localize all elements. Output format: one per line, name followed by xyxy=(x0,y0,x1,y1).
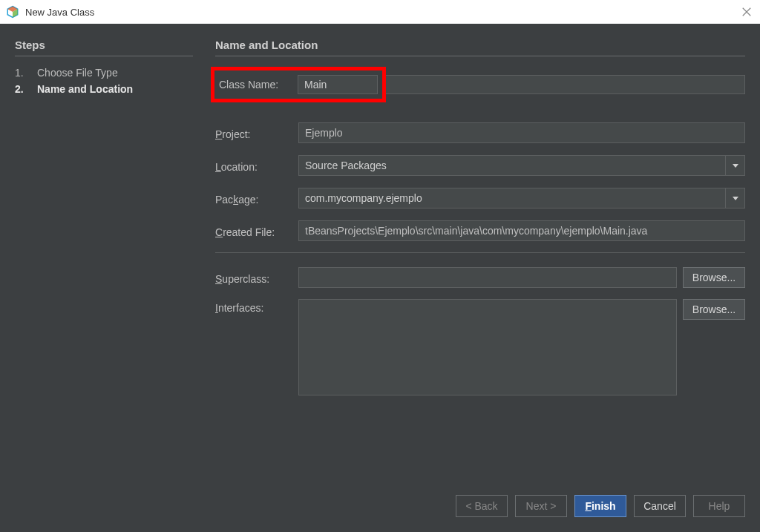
wizard-steps-sidebar: Steps 1. Choose File Type 2. Name and Lo… xyxy=(15,39,193,485)
step-2: 2. Name and Location xyxy=(15,83,193,95)
package-value: com.mycompany.ejemplo xyxy=(305,192,422,204)
main-heading: Name and Location xyxy=(215,39,745,56)
help-button[interactable]: Help xyxy=(693,495,745,517)
package-row: Package: com.mycompany.ejemplo xyxy=(215,187,745,209)
back-button[interactable]: < Back xyxy=(456,495,508,517)
superclass-label: Superclass: xyxy=(215,270,298,285)
button-bar: < Back Next > Finish Cancel Help xyxy=(0,485,760,532)
class-name-highlight: Class Name: xyxy=(211,67,386,102)
browse-superclass-button[interactable]: Browse... xyxy=(683,267,745,288)
window-title: New Java Class xyxy=(25,7,94,18)
class-name-row: Class Name: xyxy=(215,67,745,102)
browse-interfaces-button[interactable]: Browse... xyxy=(683,299,745,320)
project-field xyxy=(298,122,745,143)
svg-marker-6 xyxy=(733,197,738,200)
dropdown-caret-icon xyxy=(725,156,744,175)
class-name-input-extension[interactable] xyxy=(386,75,745,94)
location-label: Location: xyxy=(215,158,298,173)
finish-button[interactable]: Finish xyxy=(574,495,626,517)
steps-heading: Steps xyxy=(15,39,193,56)
superclass-row: Superclass: Browse... xyxy=(215,266,745,289)
location-combo[interactable]: Source Packages xyxy=(298,155,745,176)
project-label: Project: xyxy=(215,125,298,140)
location-row: Location: Source Packages xyxy=(215,154,745,177)
project-row: Project: xyxy=(215,122,745,144)
created-file-field xyxy=(298,220,745,241)
created-file-row: Created File: xyxy=(215,220,745,242)
interfaces-label: Interfaces: xyxy=(215,299,298,314)
cancel-button[interactable]: Cancel xyxy=(634,495,686,517)
created-file-label: Created File: xyxy=(215,223,298,238)
package-label: Package: xyxy=(215,191,298,206)
main-panel: Name and Location Class Name: Project: L… xyxy=(215,39,745,485)
interfaces-list[interactable] xyxy=(298,299,677,395)
class-name-input[interactable] xyxy=(298,75,378,94)
interfaces-row: Interfaces: Browse... xyxy=(215,299,745,395)
step-number: 1. xyxy=(15,67,25,79)
package-combo[interactable]: com.mycompany.ejemplo xyxy=(298,188,745,208)
titlebar: New Java Class xyxy=(0,0,760,24)
dialog-body: Steps 1. Choose File Type 2. Name and Lo… xyxy=(0,24,760,532)
superclass-input[interactable] xyxy=(298,267,677,288)
step-label: Choose File Type xyxy=(37,67,118,79)
location-value: Source Packages xyxy=(305,160,387,171)
close-icon[interactable] xyxy=(739,4,754,19)
step-number: 2. xyxy=(15,83,25,95)
step-label: Name and Location xyxy=(37,83,133,95)
next-button[interactable]: Next > xyxy=(515,495,567,517)
separator xyxy=(215,252,745,253)
svg-marker-5 xyxy=(733,164,738,168)
app-logo-icon xyxy=(6,5,19,19)
step-1: 1. Choose File Type xyxy=(15,67,193,79)
dropdown-caret-icon xyxy=(725,188,744,208)
class-name-label: Class Name: xyxy=(219,79,298,91)
